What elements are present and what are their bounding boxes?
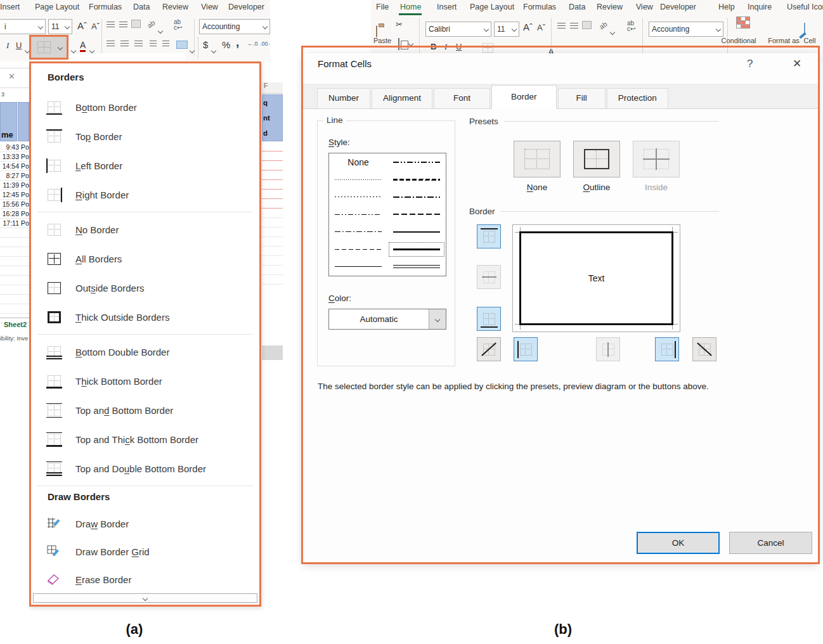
paste-button-label[interactable]: Paste (371, 37, 394, 44)
tab-data[interactable]: Data (569, 3, 585, 11)
tab-developer[interactable]: Developer (660, 3, 696, 11)
chevron-down-icon[interactable] (159, 24, 162, 35)
conditional-formatting-label[interactable]: Conditional (718, 37, 759, 44)
line-style-dotted[interactable] (329, 188, 387, 206)
chevron-down-icon[interactable] (409, 37, 413, 48)
borders-button-icon[interactable] (482, 42, 495, 53)
left-tab-view[interactable]: View (201, 3, 218, 11)
format-as-table-icon[interactable] (804, 23, 805, 35)
left-tab-data[interactable]: Data (133, 3, 150, 11)
grow-font-button[interactable]: Aˆ (523, 22, 533, 32)
line-style-hairline[interactable] (329, 171, 387, 189)
orientation-button[interactable]: ab (146, 19, 157, 30)
line-style-none[interactable]: None (329, 153, 387, 171)
menu-item-outside-borders[interactable]: Outside Borders (31, 273, 259, 302)
cancel-button[interactable]: Cancel (729, 532, 812, 554)
left-tab-review[interactable]: Review (162, 3, 188, 11)
italic-button[interactable]: I (6, 41, 9, 51)
line-style-med-dashed[interactable] (387, 206, 446, 224)
left-tab-insert[interactable]: Insert (0, 3, 20, 11)
menu-item-top-and-double-bottom-border[interactable]: Top and Double Bottom Border (31, 454, 259, 483)
line-style-dash-dot[interactable] (329, 223, 387, 241)
font-name-combo[interactable]: i (0, 19, 46, 34)
tab-view[interactable]: View (636, 3, 653, 11)
decrease-decimal-button[interactable]: .00→ (260, 41, 270, 47)
font-color-button[interactable]: A (80, 40, 86, 50)
line-style-med-dash-dot-dot[interactable] (387, 153, 446, 171)
menu-item-top-and-bottom-border[interactable]: Top and Bottom Border (31, 396, 259, 425)
menu-item-thick-outside-borders[interactable]: Thick Outside Borders (31, 302, 259, 332)
border-middle-horizontal-button[interactable] (477, 265, 501, 289)
border-diagonal-up-button[interactable] (477, 337, 501, 361)
sheet-tab[interactable]: Sheet2 (4, 321, 27, 328)
color-dropdown-arrow[interactable] (429, 309, 446, 329)
shrink-font-button[interactable]: Aˇ (537, 23, 545, 32)
tab-inquire[interactable]: Inquire (748, 3, 772, 11)
align-left-icon[interactable] (107, 41, 115, 48)
cut-scissors-icon[interactable]: ✂ (396, 20, 403, 29)
preset-none-button[interactable] (514, 141, 561, 177)
align-right-icon[interactable] (134, 41, 143, 48)
left-tab-developer[interactable]: Developer (228, 3, 264, 11)
chevron-down-icon[interactable] (212, 44, 216, 55)
line-style-slant-dash[interactable] (387, 171, 446, 189)
tab-home[interactable]: Home (400, 3, 421, 11)
merge-center-button[interactable] (176, 41, 188, 49)
border-right-button[interactable] (655, 337, 679, 361)
border-left-button[interactable] (514, 337, 538, 361)
border-preview[interactable]: Text (512, 224, 680, 332)
tab-review[interactable]: Review (597, 3, 623, 11)
tab-number[interactable]: Number (317, 88, 370, 108)
line-style-dash-dot-dot[interactable] (329, 206, 387, 224)
border-top-button[interactable] (477, 224, 501, 248)
left-tab-page-layout[interactable]: Page Layout (35, 3, 79, 11)
tab-file[interactable]: File (376, 3, 389, 11)
font-size-combo[interactable]: 11 (494, 22, 519, 37)
paste-icon[interactable] (376, 25, 377, 37)
tab-formulas[interactable]: Formulas (523, 3, 556, 11)
align-top-icon[interactable] (107, 22, 115, 29)
menu-item-no-border[interactable]: No Border (31, 215, 259, 244)
align-bottom-icon[interactable] (583, 22, 591, 29)
menu-item-left-border[interactable]: Left Border (31, 151, 259, 180)
menu-item-all-borders[interactable]: All Borders (31, 244, 259, 273)
line-style-double[interactable] (387, 258, 446, 276)
tab-help[interactable]: Help (718, 3, 735, 11)
decrease-indent-icon[interactable] (150, 41, 157, 48)
comma-style-button[interactable]: , (236, 35, 239, 49)
conditional-formatting-icon[interactable] (736, 16, 750, 29)
line-style-thin[interactable] (329, 258, 387, 276)
tab-font[interactable]: Font (434, 88, 490, 108)
menu-item-bottom-double-border[interactable]: Bottom Double Border (31, 337, 259, 366)
cancel-entry-icon[interactable]: ✕ (8, 72, 15, 81)
align-center-icon[interactable] (120, 41, 129, 48)
tab-useful-icon[interactable]: Useful Icon (787, 3, 823, 11)
preset-outline-button[interactable] (573, 141, 620, 177)
number-format-combo[interactable]: Accounting (649, 22, 723, 37)
tab-border[interactable]: Border (491, 85, 557, 109)
menu-item-thick-bottom-border[interactable]: Thick Bottom Border (31, 366, 259, 396)
line-style-dashed[interactable] (329, 241, 387, 259)
align-bottom-icon[interactable] (132, 20, 140, 27)
percent-style-button[interactable]: % (222, 39, 230, 50)
line-style-thick-selected[interactable] (387, 241, 446, 259)
menu-item-draw-border[interactable]: Draw Border (31, 510, 259, 538)
underline-button[interactable]: U (16, 41, 22, 50)
menu-item-top-border[interactable]: Top Border (31, 122, 259, 151)
align-top-icon[interactable] (557, 23, 566, 30)
tab-alignment[interactable]: Alignment (372, 88, 432, 108)
font-size-combo[interactable]: 11 (48, 19, 72, 34)
align-middle-icon[interactable] (119, 22, 127, 29)
shrink-font-button[interactable]: Aˇ (91, 22, 100, 31)
left-tab-formulas[interactable]: Formulas (89, 3, 122, 11)
accounting-format-button[interactable]: $ (203, 39, 208, 50)
close-icon[interactable]: ✕ (793, 57, 801, 70)
menu-scroll-down[interactable] (33, 593, 257, 603)
wrap-text-button[interactable]: abc↩ (174, 19, 182, 30)
ok-button[interactable]: OK (637, 532, 720, 554)
increase-decimal-button[interactable]: ←.0 (247, 41, 258, 47)
underline-button[interactable]: U (456, 42, 462, 51)
wrap-text-button[interactable]: abc↩ (627, 20, 635, 32)
chevron-down-icon[interactable] (190, 44, 194, 55)
tab-protection[interactable]: Protection (607, 88, 668, 108)
